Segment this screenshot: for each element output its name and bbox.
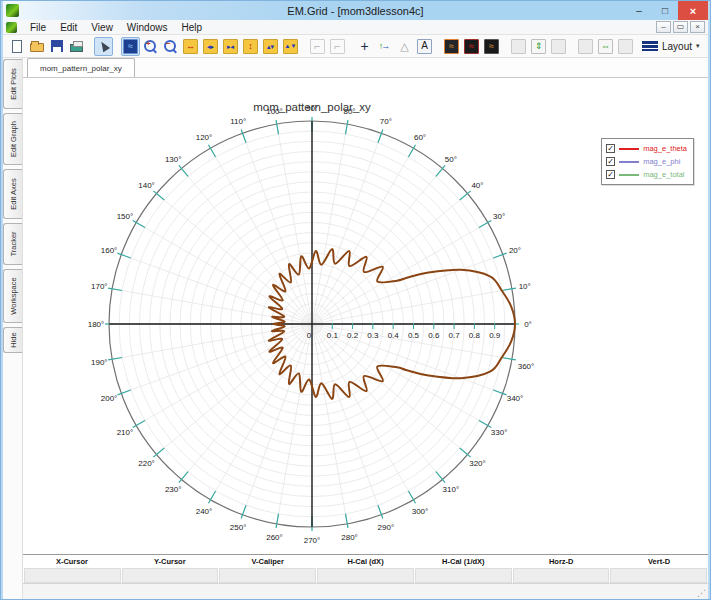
- toolbar-separator: [569, 37, 575, 55]
- new-file-button[interactable]: [7, 37, 26, 56]
- polar-grid-spoke: [312, 324, 468, 454]
- menu-view[interactable]: View: [84, 21, 120, 34]
- fit-x-button[interactable]: ▸◂: [221, 37, 240, 56]
- footer-header-vert-d: Vert-D: [610, 557, 708, 566]
- frame-corner-right-button[interactable]: ⌐: [328, 37, 347, 56]
- footer-cell[interactable]: [415, 568, 512, 583]
- expand-y-button[interactable]: ↕: [241, 37, 260, 56]
- sidebar-tab-label: Tracker: [9, 231, 18, 256]
- pane-btn-4-button[interactable]: [616, 37, 635, 56]
- angle-tick: [241, 505, 246, 518]
- open-file-button[interactable]: [27, 37, 46, 56]
- toolbar-separator: [435, 37, 441, 55]
- layout-dropdown-button[interactable]: Layout▾: [636, 39, 706, 54]
- angle-label: 70°: [380, 117, 392, 126]
- menu-help[interactable]: Help: [174, 21, 209, 34]
- polar-grid-spoke: [312, 324, 442, 480]
- menu-windows[interactable]: Windows: [120, 21, 175, 34]
- angle-label: 340°: [507, 394, 524, 403]
- fit-horizontal-button[interactable]: ⇔: [596, 37, 615, 56]
- radial-label: 0.9: [489, 331, 501, 340]
- zoom-region-button[interactable]: ≈: [121, 37, 140, 56]
- resize-grip[interactable]: ⋰: [697, 588, 706, 598]
- snapshot-plot-button[interactable]: ≈: [442, 37, 461, 56]
- mdi-restore-button[interactable]: ▭: [673, 21, 688, 33]
- angle-label: 230°: [165, 485, 182, 494]
- footer-cell[interactable]: [610, 568, 707, 583]
- close-button[interactable]: ×: [678, 1, 708, 20]
- plot-style-red-button[interactable]: ≈: [462, 37, 481, 56]
- footer-cell[interactable]: [317, 568, 414, 583]
- sidebar-tab-hide[interactable]: Hide: [3, 327, 22, 353]
- crosshair-button[interactable]: +: [355, 37, 374, 56]
- print-button[interactable]: [67, 37, 86, 56]
- fit-y-button[interactable]: ▲▼: [281, 37, 300, 56]
- frame-corner-right-icon: ⌐: [330, 39, 345, 54]
- angle-label: 330°: [491, 428, 508, 437]
- angle-tick: [276, 514, 278, 528]
- footer-cell[interactable]: [122, 568, 219, 583]
- angle-label: 180°: [88, 320, 105, 329]
- mdi-close-button[interactable]: ×: [690, 21, 705, 33]
- angle-tick: [345, 120, 347, 134]
- zoom-in-button[interactable]: +: [141, 37, 160, 56]
- pane-btn-1-button[interactable]: [509, 37, 528, 56]
- polar-grid-spoke: [156, 194, 312, 324]
- sidebar-tab-workspace[interactable]: Workspace: [3, 269, 22, 323]
- footer-cell[interactable]: [24, 568, 121, 583]
- pane-btn-3-icon: [578, 39, 593, 54]
- snapshot-plot-icon: ≈: [444, 39, 459, 54]
- crosshair-icon: +: [357, 39, 372, 54]
- footer-cell[interactable]: [513, 568, 610, 583]
- fit-vertical-button[interactable]: ⇕: [529, 37, 548, 56]
- text-tool-button[interactable]: A: [415, 37, 434, 56]
- expand-x-icon: ↔: [183, 39, 198, 54]
- zoom-out-button[interactable]: −: [161, 37, 180, 56]
- legend-label: mag_e_total: [643, 170, 684, 179]
- radial-label: 0.7: [449, 331, 461, 340]
- radial-label: 0.5: [408, 331, 420, 340]
- polar-grid-spoke: [182, 168, 312, 324]
- menu-edit[interactable]: Edit: [53, 21, 84, 34]
- title-bar: EM.Grid - [mom3dlesson4c] – □ ×: [3, 1, 708, 20]
- pane-btn-3-button[interactable]: [576, 37, 595, 56]
- plot-style-red-icon: ≈: [464, 39, 479, 54]
- angle-label: 50°: [445, 155, 457, 164]
- mdi-minimize-button[interactable]: –: [656, 21, 671, 33]
- sidebar-tab-tracker[interactable]: Tracker: [3, 223, 22, 265]
- save-file-button[interactable]: [47, 37, 66, 56]
- angle-label: 260°: [266, 533, 283, 542]
- expand-x-button[interactable]: ↔: [181, 37, 200, 56]
- menu-file[interactable]: File: [23, 21, 53, 34]
- fit-x-icon: ▸◂: [223, 39, 238, 54]
- toolbar-separator: [301, 37, 307, 55]
- footer-cell[interactable]: [219, 568, 316, 583]
- select-cursor-button[interactable]: [94, 37, 113, 56]
- shrink-y-button[interactable]: ▴▾: [261, 37, 280, 56]
- angle-label: 250°: [230, 523, 247, 532]
- toolbar-separator: [348, 37, 354, 55]
- plot-style-orange-button[interactable]: ≈: [482, 37, 501, 56]
- legend-checkbox[interactable]: ✓: [606, 144, 615, 153]
- shrink-x-button[interactable]: ◂▸: [201, 37, 220, 56]
- legend-checkbox[interactable]: ✓: [606, 157, 615, 166]
- tab-mom-pattern-polar-xy[interactable]: mom_pattern_polar_xy: [27, 58, 135, 77]
- axes-tool-button[interactable]: ↑→: [375, 37, 394, 56]
- angle-tick: [493, 390, 506, 395]
- angle-tick: [378, 129, 383, 142]
- frame-corner-left-button[interactable]: ⌐: [308, 37, 327, 56]
- sidebar-tab-edit-graph[interactable]: Edit Graph: [3, 113, 22, 165]
- sidebar-tab-label: Edit Plots: [9, 68, 18, 100]
- maximize-button[interactable]: □: [652, 1, 678, 20]
- sidebar-tab-edit-plots[interactable]: Edit Plots: [3, 59, 22, 109]
- triangle-tool-button[interactable]: △: [395, 37, 414, 56]
- legend-line-swatch: [619, 161, 639, 163]
- radial-label: 0.1: [327, 331, 339, 340]
- minimize-button[interactable]: –: [626, 1, 652, 20]
- angle-label: 310°: [443, 485, 460, 494]
- sidebar-tab-label: Edit Axes: [9, 178, 18, 209]
- legend-checkbox[interactable]: ✓: [606, 170, 615, 179]
- plot-style-orange-icon: ≈: [484, 39, 499, 54]
- pane-btn-2-button[interactable]: [549, 37, 568, 56]
- sidebar-tab-edit-axes[interactable]: Edit Axes: [3, 169, 22, 219]
